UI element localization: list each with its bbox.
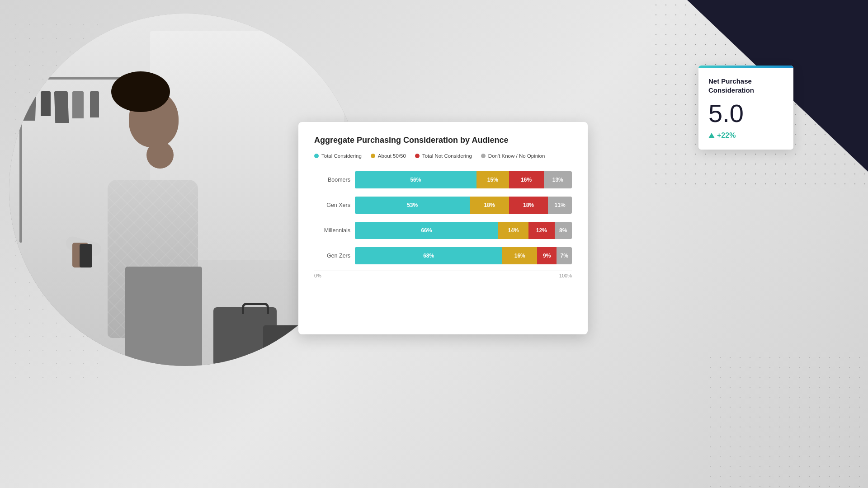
bar-segment-3-0: 68%	[355, 247, 502, 264]
bar-segment-0-0: 56%	[355, 171, 476, 188]
legend-label-total_not_considering: Total Not Considering	[422, 153, 472, 159]
legend-item-dont_know: Don't Know / No Opinion	[481, 153, 545, 159]
bar-segment-2-1: 14%	[498, 222, 528, 239]
axis-end: 100%	[559, 273, 572, 278]
bar-segment-1-1: 18%	[470, 197, 509, 214]
chart-axis: 0% 100%	[314, 271, 572, 278]
chart-title: Aggregate Purchasing Consideration by Au…	[314, 136, 572, 145]
bar-segment-1-3: 11%	[548, 197, 572, 214]
legend-item-about_5050: About 50/50	[371, 153, 406, 159]
bar-segment-0-2: 16%	[509, 171, 544, 188]
chart-row-2: Millennials66%14%12%8%	[314, 222, 572, 239]
chart-legend: Total Considering About 50/50 Total Not …	[314, 153, 572, 159]
bar-container-2: 66%14%12%8%	[355, 222, 572, 239]
bar-segment-0-1: 15%	[476, 171, 509, 188]
row-label-3: Gen Zers	[314, 253, 350, 259]
legend-item-total_considering: Total Considering	[314, 153, 362, 159]
kpi-change: +22%	[708, 131, 783, 140]
chart-rows: Boomers56%15%16%13%Gen Xers53%18%18%11%M…	[314, 171, 572, 264]
bar-segment-3-3: 7%	[557, 247, 572, 264]
bar-segment-1-2: 18%	[509, 197, 548, 214]
row-label-0: Boomers	[314, 177, 350, 183]
legend-dot-total_considering	[314, 154, 319, 158]
chart-row-3: Gen Zers68%16%9%7%	[314, 247, 572, 264]
kpi-card: Net Purchase Consideration 5.0 +22%	[698, 66, 793, 150]
legend-dot-about_5050	[371, 154, 375, 158]
row-label-2: Millennials	[314, 227, 350, 234]
bar-segment-2-3: 8%	[555, 222, 572, 239]
bar-segment-3-1: 16%	[502, 247, 537, 264]
legend-label-about_5050: About 50/50	[378, 153, 406, 159]
row-label-1: Gen Xers	[314, 202, 350, 208]
bar-segment-1-0: 53%	[355, 197, 470, 214]
kpi-change-value: +22%	[717, 131, 736, 140]
legend-label-total_considering: Total Considering	[321, 153, 362, 159]
bar-container-1: 53%18%18%11%	[355, 197, 572, 214]
chart-row-0: Boomers56%15%16%13%	[314, 171, 572, 188]
legend-dot-dont_know	[481, 154, 486, 158]
kpi-value: 5.0	[708, 101, 783, 126]
dot-pattern-bottom-right	[705, 352, 868, 488]
kpi-label: Net Purchase Consideration	[708, 77, 783, 94]
axis-start: 0%	[314, 273, 321, 278]
legend-dot-total_not_considering	[415, 154, 420, 158]
bar-container-3: 68%16%9%7%	[355, 247, 572, 264]
bar-segment-0-3: 13%	[544, 171, 572, 188]
bar-container-0: 56%15%16%13%	[355, 171, 572, 188]
chart-row-1: Gen Xers53%18%18%11%	[314, 197, 572, 214]
legend-label-dont_know: Don't Know / No Opinion	[488, 153, 545, 159]
legend-item-total_not_considering: Total Not Considering	[415, 153, 472, 159]
trend-up-icon	[708, 133, 715, 138]
chart-card: Aggregate Purchasing Consideration by Au…	[298, 122, 588, 334]
bar-segment-3-2: 9%	[537, 247, 557, 264]
bar-segment-2-0: 66%	[355, 222, 498, 239]
bar-segment-2-2: 12%	[528, 222, 555, 239]
